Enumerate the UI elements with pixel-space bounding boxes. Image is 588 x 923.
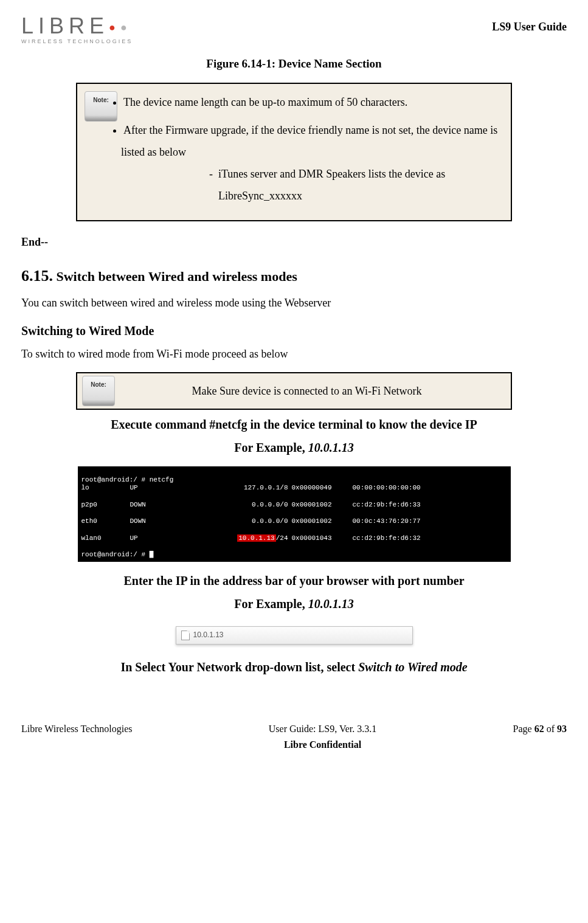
document-title: LS9 User Guide <box>492 15 567 36</box>
instruction-step: Execute command #netcfg in the device te… <box>46 413 542 459</box>
instruction-step: Enter the IP in the address bar of your … <box>46 569 542 615</box>
subsection-heading: Switching to Wired Mode <box>21 321 567 341</box>
page-footer: Libre Wireless Technologies User Guide: … <box>21 721 567 752</box>
example-ip: 10.0.1.13 <box>308 441 354 454</box>
note-box: Note: Make Sure device is connected to a… <box>76 372 512 410</box>
url-text: 10.0.1.13 <box>193 629 224 641</box>
browser-tab: 10.0.1.13 <box>176 626 413 645</box>
logo-dot-icon: ● <box>109 21 120 33</box>
page-header: LIBRE●● WIRELESS TECHNOLOGIES LS9 User G… <box>21 15 567 46</box>
footer-left: Libre Wireless Technologies <box>21 721 132 752</box>
section-heading: 6.15. Switch between Wired and wireless … <box>21 263 567 289</box>
logo-text: LIBRE <box>21 13 109 38</box>
highlighted-ip: 10.0.1.13 <box>237 534 275 542</box>
note-bullet: The device name length can be up-to maxi… <box>121 91 499 113</box>
figure-caption: Figure 6.14-1: Device Name Section <box>21 55 567 73</box>
logo-subtext: WIRELESS TECHNOLOGIES <box>21 37 133 46</box>
note-bullet: After the Firmware upgrade, if the devic… <box>121 119 499 207</box>
note-sub-bullet: iTunes server and DMR Speakers lists the… <box>218 163 499 207</box>
example-ip: 10.0.1.13 <box>308 597 354 610</box>
page-icon <box>181 631 190 640</box>
end-marker: End-- <box>21 233 567 251</box>
section-number: 6.15. <box>21 267 53 285</box>
logo: LIBRE●● WIRELESS TECHNOLOGIES <box>21 15 133 46</box>
subsection-intro: To switch to wired mode from Wi-Fi mode … <box>21 345 567 363</box>
footer-right: Page 62 of 93 <box>513 721 567 752</box>
footer-center: User Guide: LS9, Ver. 3.3.1 Libre Confid… <box>269 721 376 752</box>
section-title: Switch between Wired and wireless modes <box>57 269 297 284</box>
note-text: Make Sure device is connected to an Wi-F… <box>115 380 499 402</box>
note-box: Note: The device name length can be up-t… <box>76 83 512 221</box>
logo-dot-icon: ● <box>120 21 132 33</box>
instruction-step: In Select Your Network drop-down list, s… <box>46 655 542 679</box>
section-intro: You can switch between wired and wireles… <box>21 294 567 312</box>
note-icon: Note: <box>82 376 115 406</box>
dropdown-option: Switch to Wired mode <box>358 660 467 674</box>
terminal-screenshot: root@android:/ # netcfg loUP127.0.0.1/80… <box>78 466 511 562</box>
